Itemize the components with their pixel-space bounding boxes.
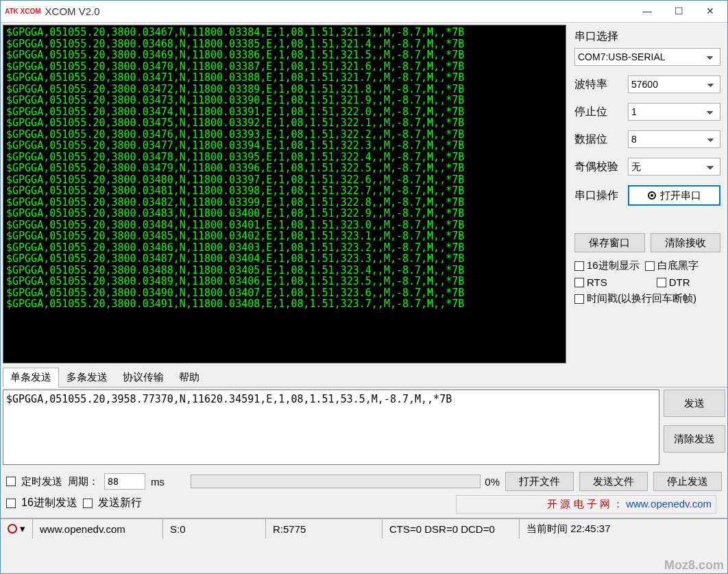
link-prefix: 开 源 电 子 网 ： (547, 498, 623, 510)
terminal-line: $GPGGA,051055.20,3800.03473,N,11800.0339… (6, 95, 563, 106)
status-time: 当前时间 22:45:37 (520, 519, 727, 538)
status-url: www.openedv.com (33, 519, 163, 538)
terminal-line: $GPGGA,051055.20,3800.03472,N,11800.0338… (6, 84, 563, 95)
send-file-button[interactable]: 发送文件 (579, 472, 648, 491)
open-file-button[interactable]: 打开文件 (505, 472, 574, 491)
terminal-line: $GPGGA,051055.20,3800.03474,N,11800.0339… (6, 106, 563, 118)
terminal-line: $GPGGA,051055.20,3800.03477,N,11800.0339… (6, 140, 563, 152)
dtr-checkbox[interactable] (657, 278, 666, 287)
parity-select[interactable]: 无 (628, 158, 720, 176)
terminal-line: $GPGGA,051055.20,3800.03489,N,11800.0340… (6, 276, 563, 287)
stopbit-select[interactable]: 1 (628, 103, 720, 121)
send-newline-label: 发送新行 (98, 496, 142, 510)
terminal-line: $GPGGA,051055.20,3800.03471,N,11800.0338… (6, 72, 563, 84)
app-logo: ATK XCOM (5, 8, 41, 14)
status-bar: ▾ www.openedv.com S:0 R:5775 CTS=0 DSR=0… (1, 518, 727, 538)
terminal-line: $GPGGA,051055.20,3800.03470,N,11800.0338… (6, 61, 563, 73)
stopbit-label: 停止位 (574, 105, 622, 119)
send-progress (191, 475, 481, 488)
terminal-line: $GPGGA,051055.20,3800.03475,N,11800.0339… (6, 117, 563, 129)
website-link[interactable]: www.openedv.com (626, 498, 712, 510)
terminal-line: $GPGGA,051055.20,3800.03467,N,11800.0338… (6, 27, 563, 38)
terminal-line: $GPGGA,051055.20,3800.03484,N,11800.0340… (6, 219, 563, 231)
hex-send-label: 16进制发送 (21, 496, 77, 510)
status-control-lines: CTS=0 DSR=0 DCD=0 (383, 519, 520, 538)
side-panel: 串口选择 COM7:USB-SERIAL 波特率57600 停止位1 数据位8 … (566, 23, 727, 366)
rts-label: RTS (587, 276, 607, 288)
app-window: ATK XCOM XCOM V2.0 — ☐ ✕ $GPGGA,051055.2… (0, 0, 728, 574)
period-unit: ms (151, 476, 165, 488)
terminal-line: $GPGGA,051055.20,3800.03479,N,11800.0339… (6, 163, 563, 174)
hex-display-checkbox[interactable] (574, 261, 584, 271)
whitebg-checkbox[interactable] (645, 261, 655, 271)
terminal-line: $GPGGA,051055.20,3800.03485,N,11800.0340… (6, 230, 563, 242)
terminal-line: $GPGGA,051055.20,3800.03481,N,11800.0339… (6, 185, 563, 197)
watermark: Moz8.com (664, 558, 724, 573)
hex-display-label: 16进制显示 (587, 259, 640, 272)
rts-checkbox[interactable] (574, 278, 584, 287)
open-serial-button[interactable]: 打开串口 (628, 185, 720, 206)
baud-label: 波特率 (574, 77, 622, 92)
serial-op-label: 串口操作 (574, 189, 622, 203)
parity-label: 奇偶校验 (574, 160, 622, 174)
maximize-icon: ☐ (675, 5, 683, 16)
databit-label: 数据位 (574, 132, 622, 147)
port-title: 串口选择 (574, 29, 720, 44)
databit-select[interactable]: 8 (628, 130, 720, 148)
terminal-line: $GPGGA,051055.20,3800.03483,N,11800.0340… (6, 208, 563, 219)
terminal-line: $GPGGA,051055.20,3800.03488,N,11800.0340… (6, 265, 563, 276)
website-link-box: 开 源 电 子 网 ： www.openedv.com (456, 495, 716, 514)
dropdown-icon[interactable]: ▾ (20, 523, 25, 535)
timed-send-label: 定时发送 (21, 475, 62, 488)
terminal-line: $GPGGA,051055.20,3800.03487,N,11800.0340… (6, 253, 563, 265)
terminal-line: $GPGGA,051055.20,3800.03480,N,11800.0339… (6, 174, 563, 186)
minimize-button[interactable]: — (631, 1, 663, 21)
terminal-line: $GPGGA,051055.20,3800.03476,N,11800.0339… (6, 129, 563, 141)
send-button[interactable]: 发送 (664, 390, 725, 417)
clear-receive-button[interactable]: 清除接收 (651, 233, 721, 252)
status-sent: S:0 (163, 519, 266, 538)
period-input[interactable] (104, 473, 145, 490)
send-newline-checkbox[interactable] (83, 499, 93, 508)
port-select[interactable]: COM7:USB-SERIAL (574, 48, 720, 66)
record-icon (648, 191, 656, 200)
terminal-line: $GPGGA,051055.20,3800.03469,N,11800.0338… (6, 49, 563, 61)
titlebar: ATK XCOM XCOM V2.0 — ☐ ✕ (1, 1, 727, 23)
dtr-label: DTR (669, 276, 690, 288)
whitebg-label: 白底黑字 (657, 259, 699, 272)
close-icon: ✕ (706, 5, 714, 16)
minimize-icon: — (642, 5, 652, 16)
timestamp-label: 时间戳(以换行回车断帧) (587, 292, 696, 305)
terminal-line: $GPGGA,051055.20,3800.03478,N,11800.0339… (6, 152, 563, 163)
terminal-line: $GPGGA,051055.20,3800.03482,N,11800.0339… (6, 197, 563, 208)
window-title: XCOM V2.0 (45, 5, 631, 17)
clear-send-button[interactable]: 清除发送 (664, 425, 725, 453)
baud-select[interactable]: 57600 (628, 75, 720, 93)
period-label: 周期： (68, 475, 99, 488)
close-button[interactable]: ✕ (694, 1, 726, 21)
terminal-line: $GPGGA,051055.20,3800.03486,N,11800.0340… (6, 242, 563, 254)
receive-terminal[interactable]: $GPGGA,051055.20,3800.03467,N,11800.0338… (3, 25, 566, 363)
timestamp-checkbox[interactable] (574, 294, 584, 304)
stop-send-button[interactable]: 停止发送 (653, 472, 722, 491)
progress-percent: 0% (485, 476, 500, 488)
hex-send-checkbox[interactable] (6, 499, 16, 508)
status-dot-icon (8, 524, 17, 534)
send-tabs: 单条发送 多条发送 协议传输 帮助 (3, 366, 727, 387)
send-textarea[interactable] (3, 390, 659, 465)
terminal-line: $GPGGA,051055.20,3800.03468,N,11800.0338… (6, 38, 563, 50)
terminal-line: $GPGGA,051055.20,3800.03490,N,11800.0340… (6, 287, 563, 299)
tab-help[interactable]: 帮助 (171, 368, 207, 387)
save-window-button[interactable]: 保存窗口 (574, 233, 645, 252)
status-received: R:5775 (266, 519, 383, 538)
tab-multi-send[interactable]: 多条发送 (59, 368, 115, 387)
tab-single-send[interactable]: 单条发送 (3, 368, 59, 387)
terminal-line: $GPGGA,051055.20,3800.03491,N,11800.0340… (6, 298, 563, 310)
maximize-button[interactable]: ☐ (663, 1, 694, 21)
timed-send-checkbox[interactable] (6, 477, 16, 486)
tab-protocol[interactable]: 协议传输 (115, 368, 171, 387)
